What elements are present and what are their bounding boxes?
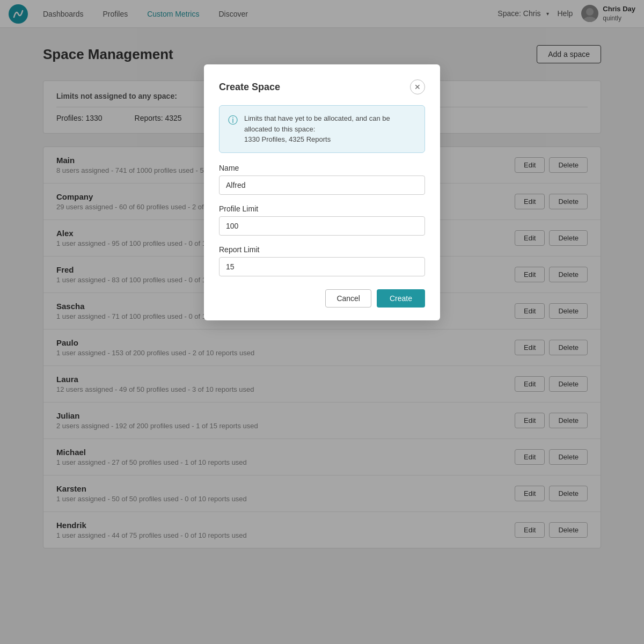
name-label: Name <box>219 164 425 172</box>
close-button[interactable]: ✕ <box>410 79 425 94</box>
name-field-group: Name <box>219 164 425 195</box>
info-icon: ⓘ <box>228 114 238 127</box>
info-box: ⓘ Limits that have yet to be allocated, … <box>219 105 425 153</box>
close-icon: ✕ <box>414 83 421 91</box>
cancel-button[interactable]: Cancel <box>325 289 371 308</box>
profile-limit-field-group: Profile Limit <box>219 204 425 236</box>
create-button[interactable]: Create <box>377 289 425 308</box>
modal-footer: Cancel Create <box>219 289 425 308</box>
report-limit-label: Report Limit <box>219 245 425 254</box>
modal-title: Create Space <box>219 82 280 93</box>
info-box-text: Limits that have yet to be allocated, an… <box>244 113 416 145</box>
report-limit-input[interactable] <box>219 257 425 276</box>
profile-limit-label: Profile Limit <box>219 204 425 213</box>
profile-limit-input[interactable] <box>219 216 425 236</box>
modal-header: Create Space ✕ <box>219 79 425 94</box>
report-limit-field-group: Report Limit <box>219 245 425 276</box>
modal-overlay: Create Space ✕ ⓘ Limits that have yet to… <box>0 0 644 566</box>
create-space-modal: Create Space ✕ ⓘ Limits that have yet to… <box>204 64 440 320</box>
name-input[interactable] <box>219 175 425 195</box>
